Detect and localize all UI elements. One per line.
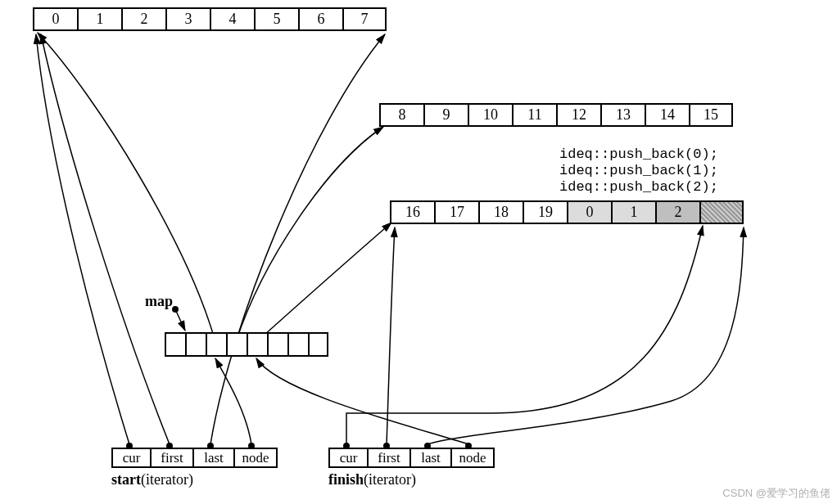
map-slot [185, 332, 206, 357]
field-last: last [409, 448, 450, 468]
start-label: start(iterator) [111, 471, 193, 488]
buffer-c: 16 17 18 19 0 1 2 [390, 200, 744, 224]
cell-empty [699, 200, 744, 224]
field-node: node [233, 448, 278, 468]
cell: 11 [512, 103, 556, 127]
field-last: last [192, 448, 233, 468]
cell: 18 [478, 200, 523, 224]
cell: 10 [468, 103, 512, 127]
diagram: { "buffers":{ "a":["0","1","2","3","4","… [0, 0, 837, 504]
map-slot [226, 332, 247, 357]
code-line: ideq::push_back(1); [559, 163, 718, 178]
map-slot [267, 332, 287, 357]
map-slot [287, 332, 308, 357]
field-first: first [150, 448, 192, 468]
arrows [0, 0, 837, 504]
svg-line-1 [175, 309, 185, 331]
buffer-b: 8 9 10 11 12 13 14 15 [379, 103, 733, 127]
map-slot [247, 332, 267, 357]
watermark: CSDN @爱学习的鱼佬 [722, 486, 830, 501]
cell: 19 [523, 200, 567, 224]
cell: 1 [77, 7, 121, 31]
field-cur: cur [111, 448, 150, 468]
cell: 13 [600, 103, 645, 127]
finish-iterator: cur first last node [328, 448, 495, 468]
cell: 2 [121, 7, 165, 31]
cell: 14 [645, 103, 689, 127]
cell: 12 [556, 103, 600, 127]
code-line: ideq::push_back(0); [559, 146, 718, 162]
cell: 7 [342, 7, 387, 31]
cell: 0 [33, 7, 77, 31]
buffer-a: 0 1 2 3 4 5 6 7 [33, 7, 387, 31]
cell: 15 [689, 103, 733, 127]
cell: 3 [165, 7, 210, 31]
cell: 0 [567, 200, 611, 224]
map-slot [165, 332, 185, 357]
cell: 17 [434, 200, 478, 224]
map-slot [206, 332, 226, 357]
cell: 1 [611, 200, 655, 224]
finish-label: finish(iterator) [328, 471, 416, 488]
cell: 9 [423, 103, 468, 127]
cell: 6 [298, 7, 342, 31]
cell: 8 [379, 103, 423, 127]
map-row [165, 332, 328, 357]
map-slot [308, 332, 328, 357]
field-node: node [450, 448, 495, 468]
cell: 2 [655, 200, 699, 224]
cell: 5 [254, 7, 298, 31]
cell: 16 [390, 200, 434, 224]
cell: 4 [210, 7, 254, 31]
field-cur: cur [328, 448, 367, 468]
code-line: ideq::push_back(2); [559, 179, 718, 195]
field-first: first [367, 448, 409, 468]
map-label: map [145, 293, 173, 310]
start-iterator: cur first last node [111, 448, 278, 468]
